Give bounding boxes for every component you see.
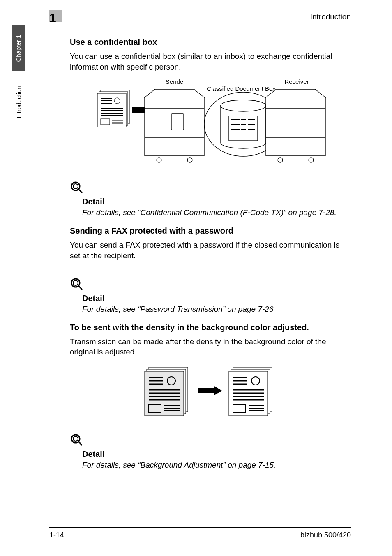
section-heading-confidential: Use a confidential box [70,37,351,47]
magnifier-icon [70,433,84,447]
side-chapter-label: Chapter 1 [15,35,22,62]
header-title: Introduction [310,12,351,21]
label-receiver: Receiver [284,78,309,85]
detail-text-3: For details, see “Background Adjustment”… [82,460,351,470]
svg-line-84 [78,442,82,445]
page: Chapter 1 Introduction 1 Introduction Us… [0,0,392,556]
section-body-password: You can send a FAX protected with a pass… [70,240,351,261]
svg-point-25 [221,100,266,111]
svg-line-46 [78,189,82,193]
confidential-diagram-svg: Sender Receiver Classified Document Box [91,78,330,164]
detail-title-1: Detail [82,197,351,206]
detail-text-1: For details, see “Confidential Communica… [82,207,351,218]
svg-point-48 [73,280,78,285]
svg-rect-65 [198,388,214,393]
svg-rect-61 [149,404,161,412]
svg-point-83 [73,436,78,441]
footer-page-number: 1-14 [49,531,64,540]
label-box: Classified Document Box [207,85,276,92]
label-sender: Sender [166,78,185,85]
section-body-confidential: You can use a confidential box (similar … [70,51,351,72]
diagram-confidential: Sender Receiver Classified Document Box [70,78,351,164]
svg-line-49 [78,286,82,290]
detail-text-2: For details, see “Password Transmission”… [82,304,351,315]
svg-marker-66 [214,386,222,396]
magnifier-icon [70,181,84,195]
footer-model: bizhub 500/420 [300,531,351,540]
detail-title-2: Detail [82,294,351,303]
svg-point-45 [73,184,78,189]
diagram-background [70,363,351,417]
content: Use a confidential box You can use a con… [70,37,351,470]
detail-block-3: Detail For details, see “Background Adju… [70,425,351,470]
svg-rect-78 [233,404,245,412]
detail-block-1: Detail For details, see “Confidential Co… [70,172,351,218]
section-heading-background: To be sent with the density in the backg… [70,323,351,332]
chapter-number: 1 [49,11,56,25]
section-heading-password: Sending a FAX protected with a password [70,226,351,236]
svg-rect-18 [171,114,184,130]
background-diagram-svg [136,363,284,417]
side-intro-tab: Introduction [12,73,25,131]
detail-title-3: Detail [82,449,351,459]
detail-block-2: Detail For details, see “Password Transm… [70,269,351,315]
page-footer: 1-14 bizhub 500/420 [49,527,351,540]
side-intro-label: Introduction [15,86,22,118]
page-header: 1 Introduction [70,12,351,25]
magnifier-icon [70,277,84,291]
svg-rect-11 [101,119,110,125]
section-body-background: Transmission can be made after the densi… [70,336,351,357]
side-chapter-tab: Chapter 1 [12,25,25,71]
